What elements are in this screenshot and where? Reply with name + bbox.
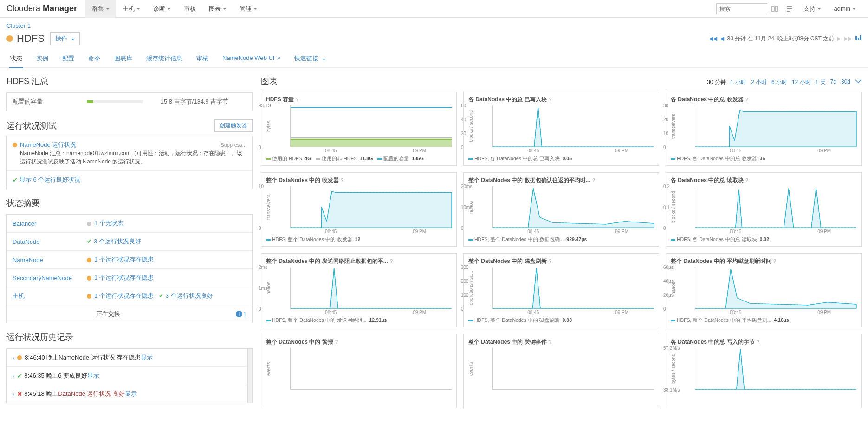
chart-plot[interactable] [290,348,452,390]
rewind-icon[interactable]: ◀ [720,35,724,42]
tab-commands[interactable]: 命令 [87,51,101,67]
time-option[interactable]: 30d [841,78,850,86]
role-link[interactable]: 主机 [13,292,25,299]
help-icon[interactable]: ? [592,177,596,183]
tab-instances[interactable]: 实例 [35,51,49,67]
chart-card[interactable]: 整个 DataNodes 中的 发送网络阻止数据包的平...? nanos 2m… [261,253,457,327]
now-icon[interactable] [855,35,862,42]
history-show-link[interactable]: 显示 [87,372,99,380]
rewind-fast-icon[interactable]: ◀◀ [709,35,717,42]
role-link[interactable]: NameNode [13,256,43,263]
nav-support[interactable]: 支持 [797,0,828,18]
actions-button[interactable]: 操作 [50,32,80,45]
expand-icon[interactable]: › [13,373,14,379]
breadcrumb[interactable]: Cluster 1 [0,18,868,29]
nav-diagnostics[interactable]: 诊断 [147,0,177,18]
chart-card[interactable]: 整个 DataNodes 中的 关键事件? events [463,334,659,408]
info-icon[interactable]: i [236,311,242,317]
chart-card[interactable]: 整个 DataNodes 中的 平均磁盘刷新时间? nanos 60µs40µs… [666,253,862,327]
scrollbar[interactable] [247,349,252,403]
history-show-link[interactable]: 显示 [141,353,153,362]
chart-plot[interactable]: 08:4509 PM [290,186,452,228]
tab-status[interactable]: 状态 [9,51,23,67]
parcels-icon[interactable] [769,3,780,14]
history-message: 6 变成良好 [58,372,87,380]
time-option[interactable]: 1 小时 [731,78,746,86]
help-icon[interactable]: ? [549,339,552,345]
show-good-health-link[interactable]: 显示 6 个运行良好状况 [19,176,80,184]
time-option[interactable]: 6 小时 [771,78,787,86]
chart-plot[interactable]: 08:4509 PM [492,186,654,228]
role-link[interactable]: Balancer [13,220,36,227]
chart-menu-icon[interactable] [855,78,862,85]
chart-card[interactable]: 各 DataNodes 中的总 收发器? transceivers 302010… [666,92,862,166]
tab-webui[interactable]: NameNode Web UI↗ [221,51,281,67]
status-link[interactable]: 1 个运行状况存在隐患 [94,256,154,263]
namenode-health-link[interactable]: NameNode 运行状况 [20,141,76,149]
tab-charts-library[interactable]: 图表库 [113,51,133,67]
role-link[interactable]: DataNode [13,238,40,245]
nav-user[interactable]: admin [828,0,862,18]
status-link[interactable]: 1 个运行状况存在隐患 [94,292,154,299]
y-axis-label: events [468,348,475,390]
expand-icon[interactable]: › [13,391,14,398]
help-icon[interactable]: ? [296,97,299,102]
nav-charts[interactable]: 图表 [202,0,233,18]
chart-plot[interactable]: 08:4509 PM [695,105,856,147]
help-icon[interactable]: ? [745,97,749,102]
chart-card[interactable]: 整个 DataNodes 中的 数据包确认往返的平均时...? nanos 20… [463,172,659,247]
status-link[interactable]: 1 个无状态 [94,220,123,227]
expand-icon[interactable]: › [13,354,14,361]
chart-plot[interactable]: 08:4509 PM [695,186,856,228]
chart-plot[interactable]: 08:4509 PM [492,105,654,147]
tab-config[interactable]: 配置 [61,51,75,67]
chart-plot[interactable]: 08:4509 PM [290,267,452,309]
create-trigger-button[interactable]: 创建触发器 [214,119,253,132]
nav-audits[interactable]: 审核 [177,0,202,18]
chart-plot[interactable]: 08:4509 PM [290,105,452,147]
chart-plot[interactable]: 08:4509 PM [695,267,856,309]
nav-admin[interactable]: 管理 [233,0,264,18]
forward-icon[interactable]: ▶ [837,35,841,42]
tab-audits[interactable]: 审核 [195,51,209,67]
help-icon[interactable]: ? [390,258,393,264]
chart-card[interactable]: 各 DataNodes 中的总 读取块? blocks / second 0.2… [666,172,862,247]
chart-plot[interactable]: 08:4509 PM [492,267,654,309]
suppress-link[interactable]: Suppress... [220,142,246,148]
chart-card[interactable]: 整个 DataNodes 中的 警报? events [261,334,457,408]
time-range-selector[interactable]: ◀◀ ◀ 30 分钟 在 11月 24, 晚上9点08分 CST 之前 ▶ ▶▶ [709,35,862,43]
status-link[interactable]: 1 个运行状况存在隐患 [94,274,154,281]
tab-cache[interactable]: 缓存统计信息 [145,51,183,67]
role-link[interactable]: SecondaryNameNode [13,275,72,281]
status-link[interactable]: 3 个运行状况良好 [94,238,141,245]
help-icon[interactable]: ? [745,177,749,183]
status-row: NameNode 1 个运行状况存在隐患 [7,251,252,269]
nav-hosts[interactable]: 主机 [116,0,147,18]
time-option[interactable]: 12 小时 [792,78,811,86]
search-input[interactable] [716,3,767,14]
help-icon[interactable]: ? [335,339,338,345]
help-icon[interactable]: ? [757,339,760,345]
time-option[interactable]: 30 分钟 [707,78,726,86]
nav-clusters[interactable]: 群集 [85,0,116,18]
time-option[interactable]: 1 天 [816,78,826,86]
brand[interactable]: Cloudera Manager [6,4,85,13]
forward-fast-icon[interactable]: ▶▶ [844,35,852,42]
help-icon[interactable]: ? [773,258,777,264]
time-option[interactable]: 2 小时 [751,78,767,86]
chart-card[interactable]: 各 DataNodes 中的总 已写入块? blocks / second 60… [463,92,659,166]
chart-card[interactable]: 整个 DataNodes 中的 磁盘刷新? operations / se...… [463,253,659,327]
history-time: 8:45:18 晚上 [24,390,58,398]
chart-card[interactable]: HDFS 容量? bytes 93.1G0 08:4509 PM 使用的 HDF… [261,92,457,166]
chart-plot[interactable] [695,348,856,390]
help-icon[interactable]: ? [549,258,552,264]
chart-card[interactable]: 各 DataNodes 中的总 写入的字节? bytes / second 57… [666,334,862,408]
help-icon[interactable]: ? [341,177,344,183]
tab-quick-links[interactable]: 快速链接 [293,51,327,67]
chart-card[interactable]: 整个 DataNodes 中的 收发器? transceivers 100 08… [261,172,457,247]
chart-plot[interactable] [492,348,654,390]
history-show-link[interactable]: 显示 [125,390,137,398]
help-icon[interactable]: ? [549,97,552,102]
time-option[interactable]: 7d [830,78,836,86]
running-commands-icon[interactable] [784,3,795,14]
